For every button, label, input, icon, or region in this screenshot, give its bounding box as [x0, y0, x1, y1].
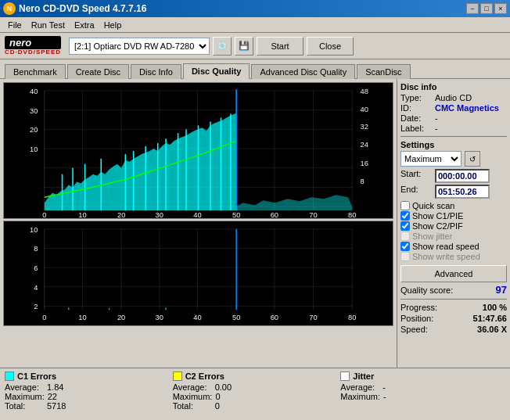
svg-text:8: 8: [361, 178, 365, 185]
show-write-speed-row: Show write speed: [400, 252, 507, 261]
show-write-speed-checkbox[interactable]: [400, 252, 410, 261]
show-jitter-row: Show jitter: [400, 232, 507, 241]
show-c1pie-label: Show C1/PIE: [412, 211, 463, 221]
tab-disc-quality[interactable]: Disc Quality: [183, 63, 250, 79]
settings-refresh-button[interactable]: ↺: [465, 151, 480, 167]
svg-text:80: 80: [348, 314, 356, 321]
svg-text:10: 10: [78, 314, 86, 321]
speed-value: 36.06 X: [477, 325, 507, 334]
svg-text:50: 50: [232, 314, 240, 321]
c2-maximum-row: Maximum: 0: [173, 392, 338, 401]
svg-text:10: 10: [78, 211, 86, 218]
nero-sub: CD·DVD/SPEED: [5, 49, 61, 56]
c1-stats-section: C1 Errors Average: 1.84 Maximum: 22 Tota…: [5, 372, 170, 411]
tab-disc-info[interactable]: Disc Info: [131, 64, 181, 79]
show-read-speed-checkbox[interactable]: [400, 242, 410, 251]
disc-id-value: CMC Magnetics: [435, 103, 499, 113]
disc-label-label: Label:: [400, 124, 432, 133]
main-content: 40 30 20 10 48 40 32 24 16 8 0 10 20 30 …: [0, 78, 510, 368]
menu-file[interactable]: File: [3, 19, 27, 31]
disc-type-label: Type:: [400, 93, 432, 102]
chart-bottom-container: 10 8 6 4 2 0 10 20 30 40 50 60 70 80: [3, 221, 393, 326]
disc-id-label: ID:: [400, 103, 432, 113]
disc-type-value: Audio CD: [435, 93, 472, 102]
titlebar-title: Nero CD-DVD Speed 4.7.7.16: [19, 3, 146, 14]
save-button[interactable]: 💾: [235, 37, 253, 56]
jitter-average-row: Average: -: [340, 382, 505, 392]
toolbar: nero CD·DVD/SPEED [2:1] Optiarc DVD RW A…: [0, 33, 510, 59]
start-button[interactable]: Start: [257, 37, 303, 56]
tab-scan-disc[interactable]: ScanDisc: [357, 64, 410, 79]
disc-id-row: ID: CMC Magnetics: [400, 103, 507, 113]
close-button[interactable]: ×: [494, 3, 507, 14]
start-time-input[interactable]: 000:00.00: [435, 169, 490, 183]
disc-info-title: Disc info: [400, 82, 507, 92]
titlebar-left: N Nero CD-DVD Speed 4.7.7.16: [3, 2, 146, 15]
svg-text:8: 8: [34, 246, 38, 253]
quality-row: Quality score: 97: [400, 284, 507, 296]
settings-title: Settings: [400, 140, 507, 149]
jitter-stats-section: Jitter Average: - Maximum: -: [340, 372, 505, 411]
disc-date-row: Date: -: [400, 113, 507, 123]
maximize-button[interactable]: □: [480, 3, 493, 14]
c2-average-row: Average: 0.00: [173, 382, 338, 392]
position-value: 51:47.66: [473, 314, 507, 323]
tab-create-disc[interactable]: Create Disc: [67, 64, 129, 79]
end-time-label: End:: [400, 185, 432, 199]
end-time-row: End:: [400, 185, 507, 199]
start-time-label: Start:: [400, 169, 432, 183]
c2-total-val: 0: [215, 401, 220, 411]
svg-text:40: 40: [30, 88, 38, 95]
position-label: Position:: [400, 314, 433, 323]
advanced-button[interactable]: Advanced: [400, 265, 507, 282]
svg-text:20: 20: [117, 211, 125, 218]
divider2: [400, 299, 507, 300]
disc-label-row: Label: -: [400, 124, 507, 133]
settings-level-dropdown[interactable]: Maximum: [400, 151, 462, 167]
show-jitter-label: Show jitter: [412, 232, 452, 241]
show-c2pif-checkbox[interactable]: [400, 221, 410, 231]
disc-date-value: -: [435, 113, 438, 123]
quick-scan-checkbox[interactable]: [400, 201, 410, 210]
c1-header: C1 Errors: [5, 372, 170, 381]
disc-eject-button[interactable]: 💿: [213, 37, 232, 56]
tab-advanced-disc-quality[interactable]: Advanced Disc Quality: [251, 64, 355, 79]
jitter-maximum-row: Maximum: -: [340, 392, 505, 401]
quality-label: Quality score:: [400, 285, 453, 295]
show-write-speed-label: Show write speed: [412, 252, 480, 261]
svg-text:48: 48: [361, 88, 368, 95]
drive-selector[interactable]: [2:1] Optiarc DVD RW AD-7280S 1.01: [69, 38, 210, 55]
svg-text:0: 0: [42, 314, 46, 321]
show-c2pif-label: Show C2/PIF: [412, 221, 463, 231]
end-time-input[interactable]: [435, 185, 490, 199]
quality-score: 97: [496, 284, 507, 296]
svg-text:40: 40: [193, 211, 201, 218]
menu-runtest[interactable]: Run Test: [27, 19, 70, 31]
c1-color-box: [5, 372, 14, 381]
close-test-button[interactable]: Close: [307, 37, 354, 56]
menu-extra[interactable]: Extra: [70, 19, 99, 31]
svg-text:30: 30: [156, 314, 163, 321]
right-panel: Disc info Type: Audio CD ID: CMC Magneti…: [397, 79, 510, 368]
chart-top-container: 40 30 20 10 48 40 32 24 16 8 0 10 20 30 …: [3, 82, 393, 219]
c2-total-key: Total:: [173, 401, 212, 411]
progress-row: Progress: 100 %: [400, 303, 507, 312]
show-jitter-checkbox[interactable]: [400, 232, 410, 241]
svg-text:4: 4: [34, 284, 38, 292]
tab-benchmark[interactable]: Benchmark: [5, 64, 66, 79]
speed-label: Speed:: [400, 325, 428, 334]
menu-help[interactable]: Help: [99, 19, 127, 31]
stats-bar: C1 Errors Average: 1.84 Maximum: 22 Tota…: [0, 368, 510, 414]
save-icon: 💾: [239, 41, 250, 51]
start-time-row: Start: 000:00.00: [400, 169, 507, 183]
show-c1pie-checkbox[interactable]: [400, 211, 410, 221]
c2-label: C2 Errors: [185, 372, 224, 381]
c1-maximum-key: Maximum:: [5, 392, 45, 401]
divider1: [400, 136, 507, 137]
speed-row: Speed: 36.06 X: [400, 325, 507, 334]
nero-logo: nero: [5, 36, 61, 49]
disc-date-label: Date:: [400, 113, 432, 123]
minimize-button[interactable]: −: [466, 3, 479, 14]
c1-average-row: Average: 1.84: [5, 382, 170, 392]
c2-stats-section: C2 Errors Average: 0.00 Maximum: 0 Total…: [173, 372, 338, 411]
